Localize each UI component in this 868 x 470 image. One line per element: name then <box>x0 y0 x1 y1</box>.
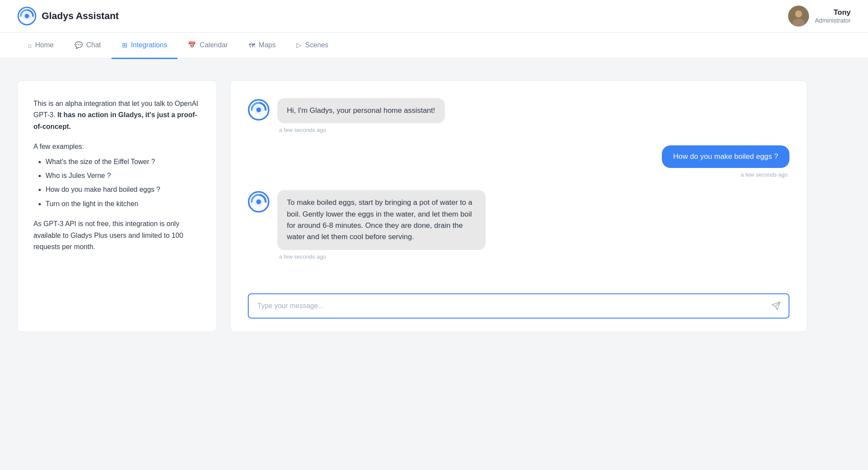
message-time: a few seconds ago <box>277 253 486 260</box>
home-nav-icon: ⌂ <box>28 42 32 49</box>
nav-item-chat[interactable]: 💬Chat <box>64 33 112 59</box>
message-input[interactable] <box>257 296 763 316</box>
app-header: Gladys Assistant Tony Administrator <box>0 0 868 33</box>
bot-bubble: Hi, I'm Gladys, your personal home assis… <box>277 98 445 123</box>
svg-point-2 <box>25 14 29 18</box>
nav-item-scenes[interactable]: ▷Scenes <box>286 33 339 59</box>
message-input-row <box>248 293 789 319</box>
examples-title: A few examples: <box>33 141 201 152</box>
nav-label-integrations: Integrations <box>131 41 168 49</box>
avatar <box>788 6 809 26</box>
gladys-logo-icon <box>17 7 36 26</box>
example-item: How do you make hard boiled eggs ? <box>46 184 201 195</box>
maps-nav-icon: 🗺 <box>249 42 255 49</box>
user-message-row: How do you make boiled eggs ?a few secon… <box>248 145 789 178</box>
send-button[interactable] <box>769 299 783 313</box>
nav-label-home: Home <box>35 41 54 49</box>
nav-label-maps: Maps <box>259 41 276 49</box>
user-info: Tony Administrator <box>815 8 851 24</box>
intro-bold: It has no action in Gladys, it's just a … <box>33 111 197 130</box>
bot-message-row: Hi, I'm Gladys, your personal home assis… <box>248 98 789 133</box>
main-content: This is an alpha integration that let yo… <box>0 59 825 354</box>
nav-item-calendar[interactable]: 📅Calendar <box>178 33 238 59</box>
nav-label-chat: Chat <box>86 41 101 49</box>
bot-message-row: To make boiled eggs, start by bringing a… <box>248 190 789 260</box>
nav-item-home[interactable]: ⌂Home <box>17 33 64 59</box>
svg-point-4 <box>795 10 802 17</box>
user-bubble: How do you make boiled eggs ? <box>662 145 789 168</box>
info-panel: This is an alpha integration that let yo… <box>17 80 217 332</box>
nav-label-calendar: Calendar <box>200 41 228 49</box>
example-item: What's the size of the Eiffel Tower ? <box>46 156 201 168</box>
chat-messages: Hi, I'm Gladys, your personal home assis… <box>248 98 789 280</box>
bot-avatar <box>248 99 270 121</box>
send-icon <box>771 301 781 311</box>
bot-message-content: To make boiled eggs, start by bringing a… <box>277 190 486 260</box>
nav-item-maps[interactable]: 🗺Maps <box>238 33 286 59</box>
intro-text: This is an alpha integration that let yo… <box>33 98 201 132</box>
user-role: Administrator <box>815 17 851 24</box>
example-item: Who is Jules Verne ? <box>46 170 201 181</box>
nav-label-scenes: Scenes <box>305 41 328 49</box>
nav-item-integrations[interactable]: ⊞Integrations <box>112 33 178 59</box>
chat-nav-icon: 💬 <box>75 41 83 49</box>
bot-message-content: Hi, I'm Gladys, your personal home assis… <box>277 98 445 133</box>
message-time: a few seconds ago <box>277 127 445 133</box>
app-title: Gladys Assistant <box>42 10 119 22</box>
footer-text: As GPT-3 API is not free, this integrati… <box>33 218 201 253</box>
svg-point-11 <box>256 200 261 204</box>
example-item: Turn on the light in the kitchen <box>46 198 201 210</box>
integrations-nav-icon: ⊞ <box>122 41 128 49</box>
user-profile[interactable]: Tony Administrator <box>788 6 851 26</box>
scenes-nav-icon: ▷ <box>296 41 302 49</box>
user-name: Tony <box>815 8 851 17</box>
calendar-nav-icon: 📅 <box>188 41 196 49</box>
chat-panel: Hi, I'm Gladys, your personal home assis… <box>230 80 807 332</box>
bot-bubble: To make boiled eggs, start by bringing a… <box>277 190 486 250</box>
user-message-time: a few seconds ago <box>741 171 789 178</box>
main-nav: ⌂Home💬Chat⊞Integrations📅Calendar🗺Maps▷Sc… <box>0 33 868 59</box>
brand: Gladys Assistant <box>17 7 119 26</box>
svg-point-8 <box>256 108 261 112</box>
examples-list: What's the size of the Eiffel Tower ?Who… <box>33 156 201 210</box>
bot-avatar <box>248 191 270 213</box>
